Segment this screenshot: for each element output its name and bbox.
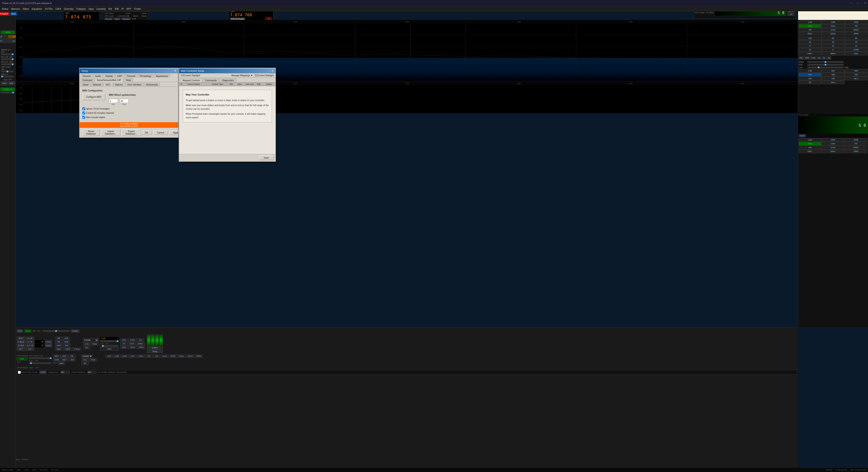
rx2-digl[interactable]: DIGL bbox=[799, 150, 822, 153]
menu-wave[interactable]: Wave bbox=[22, 7, 30, 11]
close-btn[interactable]: ✕ bbox=[864, 2, 866, 4]
rx2-sam[interactable]: SAM bbox=[822, 146, 844, 149]
mnf-btn[interactable]: MNF bbox=[55, 348, 63, 351]
bw-800[interactable]: 800 bbox=[822, 69, 844, 72]
fm-bottom[interactable]: FM bbox=[146, 355, 153, 358]
cwl-bottom[interactable]: CWL bbox=[129, 355, 136, 358]
band-swl[interactable]: SWL bbox=[845, 52, 868, 55]
nr2-btn[interactable]: NR2 bbox=[53, 355, 60, 358]
menu-finder[interactable]: Finder bbox=[133, 7, 142, 11]
mode-digl[interactable]: DIGL bbox=[799, 32, 822, 35]
nb-bottom-btn[interactable]: NB bbox=[68, 355, 75, 358]
vsql-button[interactable]: VSQL: 0 bbox=[0, 88, 15, 91]
b-drm[interactable]: DRM bbox=[137, 346, 145, 349]
band-lfmf[interactable]: LF/MF bbox=[845, 48, 868, 52]
b-digl[interactable]: DIGL bbox=[120, 346, 128, 349]
lsb-bottom[interactable]: LSB bbox=[105, 355, 113, 358]
ztb-btn[interactable]: ZTB bbox=[804, 56, 810, 60]
tab-dsp[interactable]: DSP bbox=[115, 74, 124, 78]
show-cwl-checkbox[interactable] bbox=[18, 371, 21, 374]
midi-tab-commands[interactable]: Commands bbox=[203, 79, 219, 82]
rx2-spec[interactable]: SPEC bbox=[844, 146, 867, 149]
b-spec[interactable]: SPEC bbox=[136, 342, 145, 345]
mnt-btn[interactable]: MNT bbox=[55, 344, 63, 347]
peak-btn[interactable]: Peak bbox=[24, 329, 31, 333]
midi-tab-mapped[interactable]: Mapped Controls bbox=[180, 79, 202, 82]
bin-btn[interactable]: BIN bbox=[63, 344, 70, 347]
vac1-btn[interactable]: VAC1 bbox=[45, 340, 53, 344]
tab-serial-network[interactable]: Serial/Network/Midi CAT bbox=[95, 78, 123, 82]
subtab-network[interactable]: Network bbox=[91, 83, 103, 86]
agc-med-bottom[interactable]: Med bbox=[58, 362, 65, 365]
splt-btn[interactable]: SPLT bbox=[17, 337, 25, 340]
spec-bottom[interactable]: SPEC bbox=[169, 355, 178, 358]
mode-sam[interactable]: SAM bbox=[822, 28, 844, 32]
band-6[interactable]: 6 bbox=[822, 48, 844, 52]
bw-250[interactable]: 250 bbox=[845, 73, 868, 77]
bw-var1[interactable]: Var 1 bbox=[845, 77, 868, 80]
vac2-btn[interactable]: VAC2 bbox=[45, 344, 53, 347]
mnf2-btn[interactable]: +MNF bbox=[63, 348, 72, 351]
ignore-14bit-row[interactable]: Ignore 14 bit messages bbox=[82, 107, 176, 110]
b-digu[interactable]: DIGU bbox=[129, 346, 137, 349]
rit-btn[interactable]: RIT bbox=[17, 348, 25, 351]
band-160[interactable]: 160 bbox=[799, 36, 822, 40]
tab-display[interactable]: Display bbox=[103, 74, 115, 78]
rx2-usb[interactable]: USB bbox=[822, 138, 844, 142]
blob-btn[interactable]: Blob bbox=[17, 329, 23, 333]
ignore-14bit-checkbox[interactable] bbox=[82, 107, 85, 110]
subtab-andromeda[interactable]: Andromeda bbox=[144, 83, 160, 86]
subtab-user-interface[interactable]: User Interface bbox=[125, 83, 144, 86]
vfo-a-frequency[interactable]: 7.074 975 bbox=[65, 14, 98, 20]
tab-audio[interactable]: Audio bbox=[93, 74, 103, 78]
mode-drm[interactable]: DRM bbox=[845, 32, 868, 35]
agc-med-main-btn[interactable]: Med bbox=[100, 347, 119, 351]
bw-600[interactable]: 600 bbox=[845, 69, 868, 72]
zoom-1x-btn[interactable]: 1x bbox=[817, 56, 822, 60]
bin-bottom-btn[interactable]: BIN bbox=[69, 358, 76, 361]
sd-bottom-btn[interactable]: SD bbox=[82, 362, 89, 365]
agc-gain-slider[interactable] bbox=[1, 70, 13, 72]
rx2-cwu[interactable]: CWU bbox=[822, 142, 844, 146]
menu-pi[interactable]: PI bbox=[121, 7, 125, 11]
if-sw-btn[interactable]: IF-SW bbox=[17, 344, 25, 347]
cancel-btn[interactable]: Cancel bbox=[153, 130, 168, 135]
wheel-min-input[interactable]: 1 bbox=[109, 99, 118, 103]
bw-400[interactable]: -400 bbox=[822, 73, 844, 77]
setup-close-btn[interactable]: ✕ bbox=[174, 69, 177, 72]
configure-midi-btn[interactable]: Configure MIDI bbox=[82, 94, 105, 100]
sql-slider[interactable] bbox=[100, 345, 119, 347]
anf-btn[interactable]: ANF bbox=[63, 337, 70, 340]
digu-bottom[interactable]: DIGU bbox=[186, 355, 195, 358]
restore-btn[interactable]: □ bbox=[857, 2, 859, 4]
band-17[interactable]: 17 bbox=[799, 44, 822, 48]
mode-cwu[interactable]: CWU bbox=[822, 24, 844, 28]
tab-keyboard[interactable]: Keyboard bbox=[81, 78, 94, 82]
bw-25[interactable]: 25 bbox=[799, 81, 822, 84]
rx2-button[interactable]: RX2 bbox=[10, 12, 17, 16]
semi-btn[interactable]: SEMI bbox=[39, 371, 46, 374]
anf-bottom-btn[interactable]: ANF bbox=[61, 355, 68, 358]
panfall-select[interactable]: Panfall bbox=[83, 338, 99, 342]
avg-btn[interactable]: AVG bbox=[83, 342, 90, 346]
vsql-slider[interactable] bbox=[0, 92, 14, 93]
ok-btn[interactable]: OK bbox=[141, 130, 152, 135]
also-include-status-checkbox[interactable] bbox=[82, 116, 85, 119]
rx1-af-slider[interactable] bbox=[1, 58, 13, 60]
manage-mappings-btn[interactable]: Manage Mappings ▼ bbox=[231, 74, 253, 77]
sam-bottom[interactable]: SAM bbox=[161, 355, 168, 358]
vfo-b-frequency[interactable]: 7.074 760 bbox=[230, 12, 272, 17]
am-bottom[interactable]: AM bbox=[153, 355, 160, 358]
dsb-bottom[interactable]: DSB bbox=[121, 355, 128, 358]
delay-input[interactable] bbox=[61, 371, 70, 374]
b-sam[interactable]: SAM bbox=[128, 342, 136, 345]
rx2-lsb[interactable]: LSB bbox=[799, 138, 822, 142]
drive-slider[interactable] bbox=[1, 76, 13, 78]
menu-cwx[interactable]: CWX bbox=[55, 7, 62, 11]
wheel-max-input[interactable]: 10 bbox=[120, 99, 129, 103]
vfob-band-btn[interactable]: 40m bbox=[17, 357, 28, 360]
band-10[interactable]: 10 bbox=[799, 48, 822, 52]
also-include-status-row[interactable]: Also include status bbox=[82, 116, 176, 119]
cwu-bottom[interactable]: CWU bbox=[137, 355, 145, 358]
subtab-midi[interactable]: MIDI bbox=[103, 83, 113, 86]
